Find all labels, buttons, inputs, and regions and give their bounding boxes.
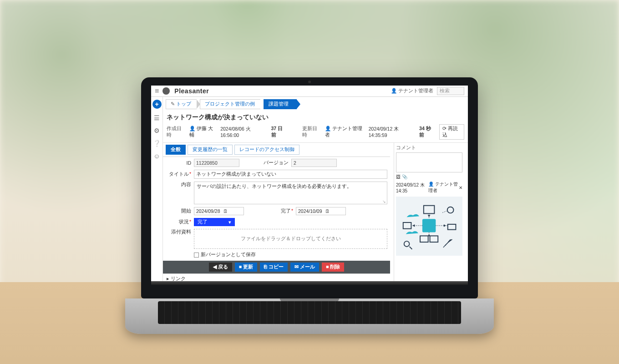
- search-input[interactable]: 検索: [437, 87, 464, 95]
- record-form: ID 11220850 バージョン 2 タイトル ネットワーク構成が決まっていな…: [163, 157, 390, 261]
- breadcrumb: トップ プロジェクト管理の例 課題管理: [163, 97, 468, 111]
- tenant-user[interactable]: テナント管理者: [391, 88, 433, 94]
- calendar-icon[interactable]: 🗓: [223, 208, 228, 214]
- svg-rect-2: [420, 236, 428, 243]
- chevron-down-icon: ▾: [228, 219, 231, 225]
- back-button[interactable]: ◀戻る: [209, 263, 232, 272]
- copy-button[interactable]: ⎘コピー: [260, 263, 288, 272]
- laptop-keyboard: [158, 301, 461, 324]
- title-input[interactable]: ネットワーク構成が決まっていない: [194, 170, 387, 179]
- svg-point-7: [404, 241, 410, 247]
- svg-rect-5: [448, 224, 456, 230]
- version-field: 2: [291, 159, 337, 167]
- laptop-frame: ≡ Pleasanter テナント管理者 検索 + ☰ ⚙ ❔ ☺: [141, 77, 478, 334]
- start-date-input[interactable]: 2024/09/28🗓: [194, 207, 244, 215]
- calendar-icon[interactable]: 🗓: [325, 208, 330, 214]
- tab-general[interactable]: 全般: [166, 145, 186, 155]
- status-select[interactable]: 完了▾: [194, 218, 235, 226]
- links-section: ▸ リンク リンク先：プロジェクト管理の例 > WBS - 件数 1: [163, 273, 390, 281]
- svg-rect-1: [424, 206, 435, 214]
- action-bar: ◀戻る ■更新 ⎘コピー ✉メール ■削除: [163, 261, 390, 273]
- attach-icon[interactable]: 📎: [402, 174, 407, 179]
- svg-line-8: [410, 247, 412, 249]
- crumb-current[interactable]: 課題管理: [264, 99, 297, 109]
- help-icon[interactable]: ❔: [153, 140, 161, 147]
- comment-image: [396, 197, 462, 256]
- settings-icon[interactable]: ⚙: [154, 127, 160, 134]
- record-tabs: 全般 変更履歴の一覧 レコードのアクセス制御: [163, 143, 390, 157]
- crumb-project[interactable]: プロジェクト管理の例: [200, 99, 260, 109]
- close-icon[interactable]: ✕: [459, 185, 462, 190]
- svg-rect-4: [403, 222, 411, 229]
- update-button[interactable]: ■更新: [235, 263, 257, 272]
- new-version-checkbox[interactable]: [194, 253, 199, 258]
- attachment-dropzone[interactable]: ファイルをドラッグ＆ドロップしてください: [194, 229, 387, 249]
- mail-button[interactable]: ✉メール: [290, 263, 319, 272]
- created-user: 伊藤 大輔: [189, 126, 216, 138]
- logo-icon: [162, 87, 170, 95]
- reload-button[interactable]: 再読込: [439, 124, 464, 140]
- camera-dot: [308, 81, 311, 83]
- user-icon[interactable]: ☺: [153, 152, 160, 160]
- comment-pane: コメント 🖼 📎 2024/09/12 木 14:35 テナント管理者 ✕: [394, 143, 464, 281]
- list-icon[interactable]: ☰: [154, 114, 160, 121]
- crumb-top[interactable]: トップ: [166, 99, 197, 109]
- record-meta: 作成日時 伊藤 大輔 2024/08/06 火 16:56:00 37 日前 更…: [163, 122, 468, 143]
- delete-button[interactable]: ■削除: [322, 263, 344, 272]
- network-diagram-icon: [398, 199, 460, 253]
- updated-user: テナント管理者: [325, 126, 364, 138]
- comment-user: テナント管理者: [428, 181, 459, 194]
- body-textarea[interactable]: サーバの設計にあたり、ネットワーク構成を決める必要があります。: [194, 182, 387, 204]
- tab-history[interactable]: 変更履歴の一覧: [188, 145, 233, 155]
- hamburger-icon[interactable]: ≡: [155, 87, 159, 95]
- svg-point-6: [447, 207, 454, 213]
- svg-rect-3: [430, 236, 438, 243]
- tab-access[interactable]: レコードのアクセス制御: [234, 145, 299, 155]
- comment-input[interactable]: [396, 152, 462, 172]
- nav-rail: + ☰ ⚙ ❔ ☺: [151, 97, 163, 281]
- page-title: ネットワーク構成が決まっていない: [163, 111, 468, 122]
- end-date-input[interactable]: 2024/10/09🗓: [296, 207, 346, 215]
- svg-rect-0: [422, 219, 436, 232]
- id-field: 11220850: [194, 159, 239, 167]
- image-icon[interactable]: 🖼: [396, 174, 401, 179]
- product-name: Pleasanter: [174, 87, 209, 95]
- app-topbar: ≡ Pleasanter テナント管理者 検索: [151, 86, 468, 97]
- new-record-button[interactable]: +: [152, 100, 162, 109]
